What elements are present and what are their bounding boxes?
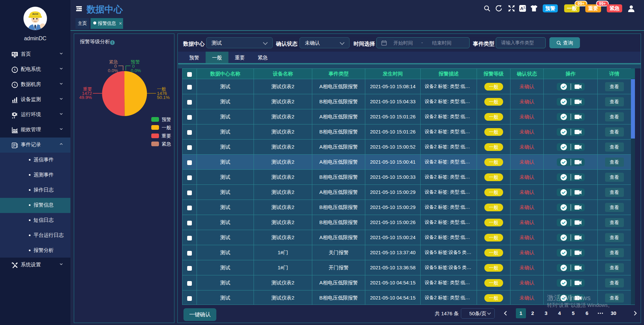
svg-text:Acrel: Acrel: [32, 13, 38, 15]
svg-text:50.1%: 50.1%: [157, 95, 170, 100]
svg-text:紧急: 紧急: [162, 141, 171, 147]
svg-text:0.0%: 0.0%: [108, 68, 118, 73]
svg-text:重要: 重要: [162, 133, 171, 139]
svg-text:49.9%: 49.9%: [79, 95, 92, 100]
svg-text:一般: 一般: [162, 125, 171, 130]
svg-text:预警: 预警: [162, 117, 171, 122]
svg-text:0.0%: 0.0%: [131, 68, 141, 73]
svg-text:文: 文: [523, 6, 526, 9]
